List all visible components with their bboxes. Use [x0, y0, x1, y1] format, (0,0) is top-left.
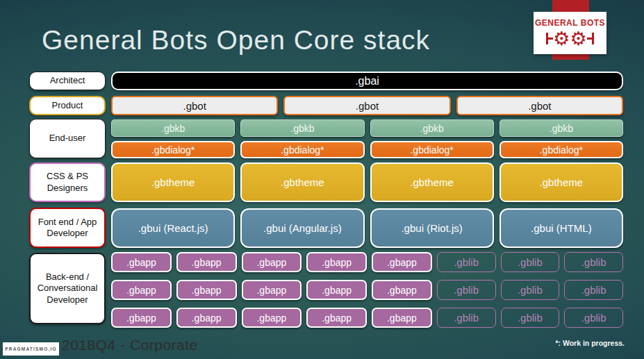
gbapp-box: .gbapp — [372, 308, 432, 328]
role-label-backend-conversational-developer: Back-end / Conversational Developer — [29, 253, 106, 324]
gbui-angular-box: .gbui (Angular.js) — [240, 208, 364, 248]
role-label-end-user: End-user — [29, 119, 106, 158]
gbapp-box: .gbapp — [176, 308, 237, 328]
gbapp-box: .gbapp — [176, 280, 237, 300]
gblib-box: .gblib — [564, 308, 623, 328]
gbui-riot-box: .gbui (Riot.js) — [370, 208, 494, 248]
work-in-progress-note: *: Work in progress. — [555, 339, 625, 347]
gbapp-box: .gbapp — [242, 280, 302, 300]
row-gbui: .gbui (React.js) .gbui (Angular.js) .gbu… — [111, 208, 623, 248]
gbdialog-box: .gbdialog* — [370, 141, 494, 158]
row-apps-2: .gbapp .gbapp .gbapp .gbapp .gbapp .gbli… — [111, 280, 623, 300]
role-label-product: Product — [29, 96, 106, 115]
gblib-box: .gblib — [501, 280, 560, 300]
gbot-box: .gbot — [456, 96, 623, 115]
gbapp-box: .gbapp — [306, 308, 367, 328]
gear-icon: ⚙ — [570, 29, 587, 48]
gbapp-box: .gbapp — [306, 252, 367, 272]
gblib-box: .gblib — [437, 308, 496, 328]
role-label-frontend-app-developer: Font end / App Developer — [29, 208, 106, 248]
gbtheme-box: .gbtheme — [370, 162, 494, 202]
row-apps-3: .gbapp .gbapp .gbapp .gbapp .gbapp .gbli… — [111, 308, 623, 328]
gbapp-box: .gbapp — [111, 280, 172, 300]
gbui-html-box: .gbui (HTML) — [499, 208, 623, 248]
gbapp-box: .gbapp — [111, 252, 172, 272]
slide: { "title": "General Bots Open Core stack… — [0, 0, 644, 359]
gbtheme-box: .gbtheme — [240, 162, 364, 202]
gbot-box: .gbot — [111, 96, 278, 115]
gbapp-box: .gbapp — [372, 280, 432, 300]
row-gbai: .gbai — [111, 72, 623, 90]
gblib-box: .gblib — [437, 280, 496, 300]
gbkb-box: .gbkb — [240, 119, 364, 137]
row-gbtheme: .gbtheme .gbtheme .gbtheme .gbtheme — [111, 162, 623, 202]
gears-icon: ⚙ ⚙ — [546, 29, 593, 48]
row-apps-1: .gbapp .gbapp .gbapp .gbapp .gbapp .gbli… — [111, 252, 623, 272]
gblib-box: .gblib — [564, 280, 623, 300]
gbkb-box: .gbkb — [370, 119, 494, 137]
row-gbkb: .gbkb .gbkb .gbkb .gbkb — [111, 119, 623, 137]
gbui-react-box: .gbui (React.js) — [111, 208, 235, 248]
gbapp-box: .gbapp — [242, 308, 302, 328]
gbdialog-box: .gbdialog* — [240, 141, 364, 158]
gbapp-box: .gbapp — [111, 308, 172, 328]
gbtheme-box: .gbtheme — [111, 162, 235, 202]
pragmatismo-badge: PRAGMATISMO.IO — [3, 342, 59, 356]
gbapp-box: .gbapp — [176, 252, 237, 272]
gbtheme-box: .gbtheme — [499, 162, 623, 202]
gbapp-box: .gbapp — [306, 280, 367, 300]
gbai-box: .gbai — [111, 72, 623, 90]
role-label-css-ps-designers: CSS & PS Designers — [29, 162, 106, 202]
footer-caption: 2018Q4 - Corporate — [62, 337, 198, 353]
slide-title: General Bots Open Core stack — [42, 25, 430, 56]
gear-axle-icon — [587, 37, 592, 40]
gbdialog-box: .gbdialog* — [111, 141, 235, 158]
gear-axle-icon — [548, 37, 553, 40]
gear-endcap-icon — [592, 33, 594, 44]
gbapp-box: .gbapp — [372, 252, 432, 272]
gbapp-box: .gbapp — [242, 252, 302, 272]
gbdialog-box: .gbdialog* — [499, 141, 623, 158]
gblib-box: .gblib — [437, 252, 496, 272]
row-gbdialog: .gbdialog* .gbdialog* .gbdialog* .gbdial… — [111, 141, 623, 158]
gbot-box: .gbot — [283, 96, 450, 115]
gbkb-box: .gbkb — [111, 119, 235, 137]
gbkb-box: .gbkb — [499, 119, 623, 137]
gblib-box: .gblib — [501, 252, 560, 272]
gear-icon: ⚙ — [553, 29, 570, 48]
logo-brand-text: GENERAL BOTS — [535, 18, 605, 28]
role-label-architect: Architect — [29, 72, 106, 90]
gblib-box: .gblib — [564, 252, 623, 272]
general-bots-logo: GENERAL BOTS ⚙ ⚙ — [534, 12, 606, 54]
gblib-box: .gblib — [501, 308, 560, 328]
row-gbot: .gbot .gbot .gbot — [111, 96, 623, 115]
